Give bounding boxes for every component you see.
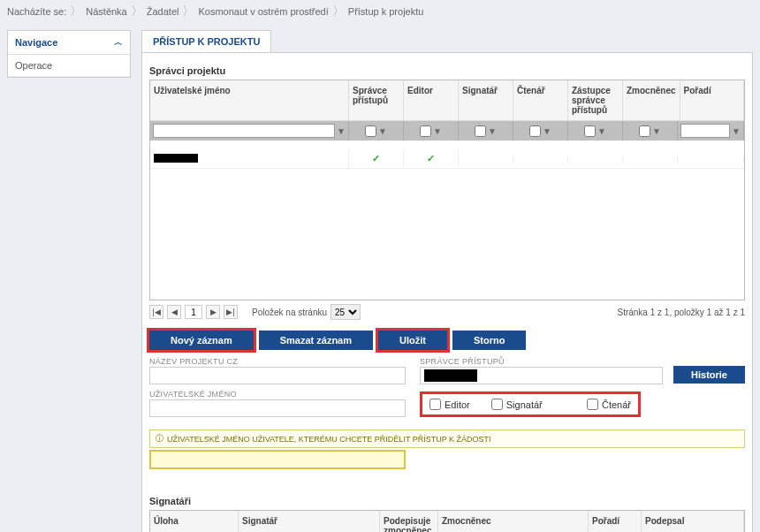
ctenar-checkbox[interactable] (587, 399, 598, 410)
admins-grid: Uživatelské jméno Správce přístupů Edito… (149, 80, 745, 300)
breadcrumb-item[interactable]: Nástěnka (86, 6, 126, 17)
pager-page-input[interactable] (185, 305, 202, 319)
filter-spravce[interactable] (365, 125, 376, 137)
nazev-projektu-input[interactable] (149, 367, 406, 384)
col-podepisuje[interactable]: Podepisuje zmocněnec (380, 511, 438, 532)
pager: |◀ ◀ ▶ ▶| Položek na stránku 25 Stránka … (149, 300, 745, 323)
col-poradi2[interactable]: Pořadí (589, 511, 642, 532)
col-zmocnenec2[interactable]: Zmocněnec (438, 511, 589, 532)
nazev-projektu-label: NÁZEV PROJEKTU CZ (149, 357, 406, 366)
col-spravce[interactable]: Správce přístupů (349, 80, 404, 120)
col-zmocnenec[interactable]: Zmocněnec (623, 80, 680, 120)
col-poradi[interactable]: Pořadí (680, 80, 744, 120)
new-record-button[interactable]: Nový záznam (149, 331, 254, 350)
editor-checkbox-label[interactable]: Editor (429, 399, 470, 410)
filter-icon[interactable]: ▼ (488, 126, 497, 136)
info-icon: ⓘ (156, 433, 163, 445)
filter-zmocnenec[interactable] (639, 125, 650, 137)
signatari-grid: Úloha Signatář Podepisuje zmocněnec Zmoc… (149, 510, 745, 532)
save-button[interactable]: Uložit (378, 331, 447, 350)
pager-last-button[interactable]: ▶| (224, 305, 238, 319)
info-box: ⓘ UŽIVATELSKÉ JMÉNO UŽIVATELE, KTERÉMU C… (149, 429, 745, 448)
pager-first-button[interactable]: |◀ (149, 305, 163, 319)
breadcrumb-item[interactable]: Kosmonaut v ostrém prostředí (198, 6, 328, 17)
cancel-button[interactable]: Storno (452, 331, 526, 350)
filter-icon[interactable]: ▼ (732, 126, 741, 136)
pager-summary: Stránka 1 z 1, položky 1 až 1 z 1 (617, 308, 745, 317)
per-page-label: Položek na stránku (252, 308, 327, 317)
roles-checkbox-row: Editor Signatář Čtenář (420, 391, 641, 417)
col-zastupce[interactable]: Zástupce správce přístupů (568, 80, 623, 120)
filter-icon[interactable]: ▼ (337, 126, 346, 136)
breadcrumb-label: Nacházíte se: (7, 6, 66, 17)
filter-username[interactable] (153, 124, 335, 138)
sidebar: Navigace ︿ Operace (7, 30, 131, 532)
nav-item-operace[interactable]: Operace (8, 55, 130, 77)
filter-editor[interactable] (420, 125, 431, 137)
assign-username-input[interactable] (149, 450, 406, 469)
signatar-checkbox-label[interactable]: Signatář (491, 399, 543, 410)
col-uloha[interactable]: Úloha (150, 511, 239, 532)
pager-next-button[interactable]: ▶ (206, 305, 220, 319)
filter-icon[interactable]: ▼ (597, 126, 606, 136)
uzivatelske-jmeno-label: UŽIVATELSKÉ JMÉNO (149, 390, 406, 399)
col-username[interactable]: Uživatelské jméno (150, 80, 349, 120)
col-editor[interactable]: Editor (404, 80, 459, 120)
filter-icon[interactable]: ▼ (543, 126, 551, 136)
filter-zastupce[interactable] (584, 125, 596, 137)
info-text: UŽIVATELSKÉ JMÉNO UŽIVATELE, KTERÉMU CHC… (167, 435, 491, 444)
breadcrumb-sep: 〉 (182, 4, 194, 19)
col-ctenar[interactable]: Čtenář (513, 80, 568, 120)
col-signatar[interactable]: Signatář (459, 80, 513, 120)
nav-title: Navigace (15, 37, 57, 48)
filter-ctenar[interactable] (529, 125, 541, 137)
breadcrumb: Nacházíte se: 〉 Nástěnka 〉 Žadatel 〉 Kos… (0, 0, 760, 23)
filter-poradi[interactable] (680, 124, 730, 138)
breadcrumb-sep: 〉 (131, 4, 143, 19)
pager-prev-button[interactable]: ◀ (167, 305, 181, 319)
signatar-checkbox[interactable] (491, 399, 503, 410)
col-podepsal[interactable]: Podepsal (642, 511, 744, 532)
filter-icon[interactable]: ▼ (378, 126, 387, 136)
spravce-pristupu-label: SPRÁVCE PŘÍSTUPŮ (420, 357, 663, 366)
col-signatar2[interactable]: Signatář (239, 511, 380, 532)
spravce-redacted (424, 369, 477, 382)
table-row[interactable]: ✓ ✓ (150, 149, 744, 169)
check-icon: ✓ (372, 153, 380, 163)
delete-record-button[interactable]: Smazat záznam (259, 331, 373, 350)
filter-signatar[interactable] (475, 125, 486, 137)
ctenar-checkbox-label[interactable]: Čtenář (587, 399, 631, 410)
section-title-signatari: Signatáři (149, 496, 745, 506)
chevron-up-icon: ︿ (114, 36, 123, 49)
breadcrumb-sep: 〉 (332, 4, 345, 19)
filter-icon[interactable]: ▼ (652, 126, 661, 136)
section-title-admins: Správci projektu (149, 65, 745, 76)
check-icon: ✓ (427, 153, 435, 163)
filter-icon[interactable]: ▼ (433, 126, 442, 136)
username-redacted (154, 154, 198, 163)
uzivatelske-jmeno-input[interactable] (149, 399, 406, 417)
breadcrumb-sep: 〉 (70, 4, 82, 19)
history-button[interactable]: Historie (673, 366, 745, 384)
page-title: PŘÍSTUP K PROJEKTU (141, 30, 271, 52)
per-page-select[interactable]: 25 (331, 304, 361, 320)
breadcrumb-item[interactable]: Žadatel (147, 6, 179, 17)
breadcrumb-item[interactable]: Přístup k projektu (348, 6, 424, 17)
nav-header[interactable]: Navigace ︿ (8, 31, 130, 55)
editor-checkbox[interactable] (429, 399, 441, 410)
